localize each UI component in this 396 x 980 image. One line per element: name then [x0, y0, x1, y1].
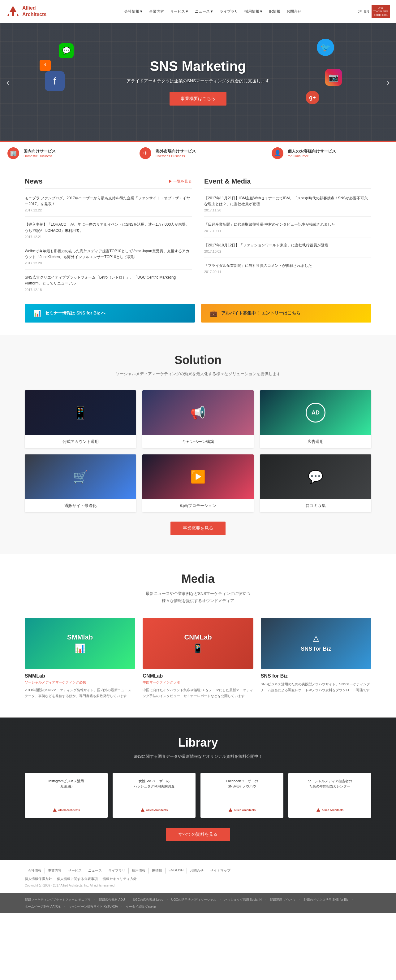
footer-bottom-link-0[interactable]: SNSマーケティングプラットフォーム モニプラ	[25, 898, 91, 902]
jpx-box[interactable]: JPX TOKYO PRO CODE: 6081	[372, 5, 390, 18]
news-item-1[interactable]: 【導入事例】「LOHACO」が、年に一度のリアルイベントにSNSを活用。述べ1万…	[25, 222, 192, 243]
footer-link-9[interactable]: サイトマップ	[207, 868, 234, 873]
header-right: JP EN JPX TOKYO PRO CODE: 6081	[358, 5, 390, 18]
sns-twitter-icon: 🐦	[317, 39, 334, 56]
footer-link-5[interactable]: 採用情報	[129, 868, 149, 873]
news-item-3[interactable]: SNS広告クリエイティブプラットフォーム「Letro（レトロ）」、「UGC Ce…	[25, 275, 192, 291]
news-item-0[interactable]: モニプラ ファンブログ、2017年ユーザーから最も支持を得た企業「ファンサイト・…	[25, 195, 192, 217]
solution-card-4[interactable]: ▶️ 動画プロモーション	[142, 454, 254, 512]
event-item-3[interactable]: 「ブライダル産業新聞」に当社社員のコメントが掲載されました 2017.09.11	[204, 263, 371, 274]
footer-bottom-link-7[interactable]: ホームページ制作 AATOE	[25, 904, 60, 909]
library-card-2[interactable]: Facebookユーザーの SNS利用 ノウハウ Allied Architec…	[200, 773, 283, 818]
banner-recruit[interactable]: 💼 アルバイト募集中！ エントリーはこちら	[201, 304, 371, 323]
solution-card-0[interactable]: 📱 公式アカウント運用	[25, 390, 136, 448]
footer-link-7[interactable]: ENGLISH	[165, 868, 187, 873]
service-card-domestic-icon: 🏢	[8, 147, 19, 159]
footer-link-8[interactable]: お問合せ	[187, 868, 207, 873]
footer-link-6[interactable]: IR情報	[149, 868, 165, 873]
event-item-1[interactable]: 「日経産業新聞」に代表取締役社長 中村のインタビュー記事が掲載されました 201…	[204, 222, 371, 237]
event-section: Event & Media 【2017年11月21日】IBM主催Webセミナーに…	[204, 177, 371, 291]
footer-bottom-sep-4: ・	[264, 898, 267, 902]
lang-en[interactable]: EN	[364, 10, 369, 13]
solution-btn-wrap: 事業概要を見る	[25, 522, 371, 535]
library-card-text-2: Facebookユーザーの SNS利用 ノウハウ	[226, 778, 258, 803]
library-btn[interactable]: すべての資料を見る	[166, 828, 230, 841]
sns-facebook-icon: f	[45, 71, 65, 91]
media-card-0[interactable]: SMMlab 📊 SMMLab ソーシャルメディアマーケティング必携 2011年…	[25, 618, 135, 698]
library-card-1[interactable]: 女性SNSユーザーの ハッシュタグ利用実態調査 Allied Architect…	[113, 773, 196, 818]
main-nav: 会社情報▼ 事業内容 サービス▼ ニュース▼ ライブラリ 採用情報▼ IR情報 …	[68, 8, 358, 16]
footer-bottom-links: SNSマーケティングプラットフォーム モニプラ ・ SNS広告素材 ADU ・ …	[25, 898, 371, 909]
library-card-3[interactable]: ソーシャルメディア担当者の ための年間担当カレンダー Allied Archit…	[288, 773, 371, 818]
solution-card-2[interactable]: AD 広告運用	[260, 390, 371, 448]
event-header: Event & Media	[204, 177, 371, 189]
footer-bottom-link-4[interactable]: ハッシュタグ活用 Socia-IN	[224, 898, 262, 902]
svg-marker-3	[53, 808, 57, 811]
library-header: Library SNSに関する調査データや最新情報などオリジナル資料を無料公開中…	[25, 736, 371, 759]
news-link[interactable]: ▶ 一覧を見る	[169, 179, 192, 184]
library-logo-1: Allied Architects	[140, 808, 168, 812]
banner-row: 📊 セミナー情報は SNS for Biz へ 💼 アルバイト募集中！ エントリ…	[25, 304, 371, 323]
footer-bottom-sep-7: ・	[63, 904, 66, 909]
nav-business[interactable]: 事業内容	[146, 8, 167, 16]
solution-btn[interactable]: 事業概要を見る	[170, 522, 226, 535]
footer-bottom-sep-8: ・	[120, 904, 123, 909]
hero-cta-button[interactable]: 事業概要はこちら	[170, 92, 226, 105]
header: Allied Architects 会社情報▼ 事業内容 サービス▼ ニュース▼…	[0, 0, 396, 23]
footer-bottom-sep-6: ・	[351, 898, 354, 902]
media-card-1[interactable]: CNMLab 📱 CNMLab 中国マーケティングラボ 中国に向けたインバウンド…	[143, 618, 253, 698]
event-text-0: 【2017年11月21日】IBM主催WebセミナーにてIBM、「スマホ時代の顧客…	[204, 195, 371, 207]
logo-icon	[6, 5, 20, 18]
media-card-desc-2: SNSビジネス活用のための実践型ノウハウサイト。SNSマーケティングチーム担当に…	[261, 681, 371, 693]
hero-arrow-left[interactable]: ‹	[6, 76, 10, 88]
footer-link-1[interactable]: 事業内容	[45, 868, 65, 873]
nav-company[interactable]: 会社情報▼	[121, 8, 146, 16]
footer-policy-links: 個人情報保護方針 個人情報に関する公表事項 情報セキュリティ方針	[25, 877, 371, 881]
solution-card-3[interactable]: 🛒 通販サイト最適化	[25, 454, 136, 512]
footer-link-2[interactable]: サービス	[65, 868, 85, 873]
solution-card-1[interactable]: 📢 キャンペーン構築	[142, 390, 254, 448]
lang-jp[interactable]: JP	[358, 10, 362, 13]
service-card-consumer[interactable]: 👤 個人のお客様向けサービス for Consumer	[264, 142, 396, 165]
media-img-label-1: CNMLab	[184, 633, 212, 641]
banner-sns-biz[interactable]: 📊 セミナー情報は SNS for Biz へ	[25, 304, 195, 323]
footer-bottom-link-2[interactable]: UGCの広告素材 Letro	[133, 898, 163, 902]
library-card-text-3: ソーシャルメディア担当者の ための年間担当カレンダー	[308, 778, 352, 803]
footer-bottom-link-1[interactable]: SNS広告素材 ADU	[99, 898, 125, 902]
footer-bottom-link-9[interactable]: ケータイ通販 Case.jp	[126, 904, 156, 909]
solution-card-5[interactable]: 💬 口コミ収集	[260, 454, 371, 512]
event-item-2[interactable]: 【2017年10月12日】「ファッションワールド東京」に当社執行役員が登壇 20…	[204, 242, 371, 258]
nav-news[interactable]: ニュース▼	[192, 8, 216, 16]
news-item-2[interactable]: Weiboで今年最も影響力のあった海外メディア担当TOP10としてVstar J…	[25, 248, 192, 270]
library-card-0[interactable]: Instagramビジネス活用 〈初級編〉 Allied Architects	[25, 773, 108, 818]
logo-text: Allied Architects	[22, 5, 46, 18]
event-item-0[interactable]: 【2017年11月21日】IBM主催WebセミナーにてIBM、「スマホ時代の顧客…	[204, 195, 371, 217]
footer-link-0[interactable]: 会社情報	[25, 868, 45, 873]
footer-bottom-link-8[interactable]: キャンペーン情報サイト RaTURSA	[69, 904, 118, 909]
footer-policy-2[interactable]: 情報セキュリティ方針	[103, 877, 137, 881]
service-card-overseas[interactable]: ✈ 海外市場向けサービス Overseas Business	[132, 142, 264, 165]
media-card-name-0: SMMLab	[25, 673, 135, 679]
logo-area[interactable]: Allied Architects	[6, 5, 68, 18]
footer-bottom-link-6[interactable]: SNSのビジネス活用 SNS for Biz	[304, 898, 348, 902]
nav-contact[interactable]: お問合せ	[283, 8, 304, 16]
nav-library[interactable]: ライブラリ	[216, 8, 241, 16]
svg-marker-6	[316, 808, 320, 811]
footer-link-4[interactable]: ライブラリ	[105, 868, 129, 873]
footer-link-3[interactable]: ニュース	[85, 868, 105, 873]
media-title: Media	[25, 572, 371, 585]
nav-recruit[interactable]: 採用情報▼	[241, 8, 266, 16]
footer-policy-1[interactable]: 個人情報に関する公表事項	[57, 877, 98, 881]
footer-bottom-link-3[interactable]: UGCの活用法 バディソーシャル	[172, 898, 216, 902]
service-card-domestic[interactable]: 🏢 国内向けサービス Domestic Business	[0, 142, 132, 165]
solution-label-3: 通販サイト最適化	[25, 499, 136, 512]
media-card-2[interactable]: △ SNS for Biz SNS for Biz SNSビジネス活用のための実…	[261, 618, 371, 698]
library-grid: Instagramビジネス活用 〈初級編〉 Allied Architects …	[25, 773, 371, 818]
footer-policy-0[interactable]: 個人情報保護方針	[25, 877, 52, 881]
nav-ir[interactable]: IR情報	[266, 8, 283, 16]
service-cards: 🏢 国内向けサービス Domestic Business ✈ 海外市場向けサービ…	[0, 141, 396, 165]
footer-bottom-link-5[interactable]: SNS運用 ノウハウ	[270, 898, 296, 902]
event-date-1: 2017.10.11	[204, 229, 371, 233]
hero-arrow-right[interactable]: ›	[386, 76, 390, 88]
nav-service[interactable]: サービス▼	[167, 8, 192, 16]
